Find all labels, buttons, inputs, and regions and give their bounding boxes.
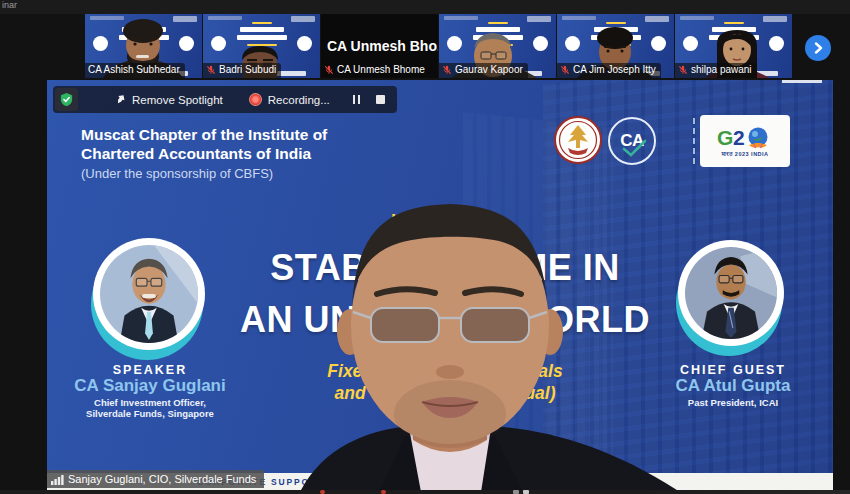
- participant-display-name: CA Unmesh Bho...: [327, 38, 438, 54]
- chevron-right-icon: [812, 42, 824, 54]
- chief-guest-role-label: CHIEF GUEST: [653, 363, 813, 377]
- participant-name-label: CA Jim Joseph Itty: [557, 63, 661, 78]
- participant-tile-unmesh[interactable]: CA Unmesh Bho... CA Unmesh Bhome: [321, 14, 438, 78]
- active-speaker-name-label: Sanjay Guglani, CIO, Silverdale Funds: [47, 470, 264, 488]
- slide-header-line3: (Under the sponsorship of CBFS): [81, 166, 327, 181]
- security-shield-button[interactable]: [55, 88, 78, 111]
- toolbar-icon-sliver: [513, 490, 519, 494]
- bottom-toolbar-sliver: [0, 490, 850, 494]
- speaker-org-line2: Silverdale Funds, Singapore: [70, 408, 230, 419]
- participant-name: Gaurav Kapoor: [455, 63, 523, 77]
- chief-guest-photo: [685, 247, 777, 339]
- muted-mic-icon: [678, 65, 688, 75]
- speaker-photo: [100, 245, 198, 343]
- muted-mic-icon: [324, 65, 334, 75]
- icai-emblem-logo: [553, 115, 603, 165]
- slide-title-line2: AN UNSTABLE WORLD: [145, 302, 745, 338]
- participant-name-label: CA Ashish Subhedar: [85, 63, 185, 78]
- active-speaker-name: Sanjay Guglani, CIO, Silverdale Funds: [68, 473, 256, 485]
- logo-divider: [693, 118, 695, 164]
- participant-name-label: CA Unmesh Bhome: [321, 63, 430, 78]
- toolbar-red-icon-sliver: [320, 490, 325, 494]
- toolbar-red-icon-sliver: [381, 490, 386, 494]
- g20-wordmark: G 2: [716, 125, 774, 150]
- participant-name-label: Gaurav Kapoor: [439, 63, 528, 78]
- g20-tagline: भारत 2023 INDIA: [721, 151, 768, 158]
- recording-indicator: Recording...: [249, 93, 385, 106]
- participant-name: CA Unmesh Bhome: [337, 63, 425, 77]
- participant-name: CA Ashish Subhedar: [88, 63, 180, 77]
- chief-guest-title: Past President, ICAI: [653, 397, 813, 408]
- stop-recording-button[interactable]: [376, 95, 385, 104]
- slide-event-label: Webinar on: [145, 210, 745, 233]
- muted-mic-icon: [442, 65, 452, 75]
- svg-text:2: 2: [733, 126, 745, 149]
- toolbar-icon-sliver: [523, 490, 529, 494]
- participant-tile-gaurav[interactable]: Gaurav Kapoor: [439, 14, 556, 78]
- muted-mic-icon: [560, 65, 570, 75]
- muted-mic-icon: [206, 65, 216, 75]
- ca-tick-icon: [618, 139, 648, 157]
- slide-header-line1: Muscat Chapter of the Institute of: [81, 125, 327, 144]
- participant-tile-badri[interactable]: Badri Subudi: [203, 14, 320, 78]
- slide-edge-decor: [782, 80, 822, 83]
- ca-india-logo: CA: [608, 117, 656, 165]
- speaker-portrait: [100, 245, 198, 343]
- recording-label: Recording...: [268, 94, 330, 106]
- participant-name-label: shilpa pawani: [675, 63, 757, 78]
- participant-name: Badri Subudi: [219, 63, 276, 77]
- remove-spotlight-label: Remove Spotlight: [132, 94, 223, 106]
- g20-india-logo: G 2 भारत 2023 INDIA: [700, 115, 790, 167]
- slide-title-line1: STABLE INCOME IN: [145, 250, 745, 286]
- spotlight-video[interactable]: Muscat Chapter of the Institute of Chart…: [47, 80, 833, 490]
- participant-name: CA Jim Joseph Itty: [573, 63, 656, 77]
- participant-name-label: Badri Subudi: [203, 63, 281, 78]
- next-gallery-page-button[interactable]: [805, 35, 831, 61]
- participant-tile-shilpa[interactable]: shilpa pawani: [675, 14, 792, 78]
- slide-header-line2: Chartered Accountants of India: [81, 144, 327, 163]
- speaker-name: CA Sanjay Guglani: [60, 376, 240, 396]
- participant-tile-ashish[interactable]: CA Ashish Subhedar: [85, 14, 202, 78]
- slide-header: Muscat Chapter of the Institute of Chart…: [81, 125, 327, 181]
- chief-guest-name: CA Atul Gupta: [643, 376, 823, 396]
- chief-guest-portrait: [685, 247, 777, 339]
- meeting-controls-bar: Remove Spotlight Recording...: [53, 86, 397, 113]
- remove-spotlight-button[interactable]: Remove Spotlight: [114, 93, 223, 106]
- recording-dot-icon: [249, 93, 262, 106]
- spotlight-pin-icon: [114, 93, 127, 106]
- window-title-fragment: inar: [2, 0, 17, 10]
- participant-tile-jim[interactable]: CA Jim Joseph Itty: [557, 14, 674, 78]
- shield-check-icon: [59, 92, 74, 107]
- participant-name: shilpa pawani: [691, 63, 752, 77]
- window-titlebar: [0, 0, 850, 14]
- speaker-org-line1: Chief Investment Officer,: [70, 397, 230, 408]
- svg-text:G: G: [717, 126, 733, 149]
- connection-signal-icon: [51, 474, 64, 485]
- speaker-role-label: SPEAKER: [70, 363, 230, 377]
- pause-recording-button[interactable]: [352, 95, 362, 104]
